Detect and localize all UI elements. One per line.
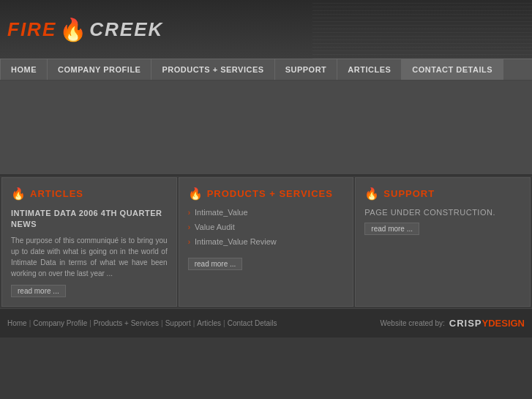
nav-products-services[interactable]: PRODUCTS + SERVICES: [151, 59, 274, 80]
products-title: PRODUCTS + SERVICES: [207, 188, 333, 199]
nav-contact-details[interactable]: CONTACT DETAILS: [402, 59, 503, 80]
navigation: HOME COMPANY PROFILE PRODUCTS + SERVICES…: [0, 59, 532, 81]
product-label-3: Intimate_Value Review: [195, 237, 277, 246]
nav-home[interactable]: HOME: [0, 59, 48, 80]
main-content: 🔥 ARTICLES INTIMATE DATA 2006 4TH QUARTE…: [0, 176, 532, 308]
logo-fire: FIRE: [7, 18, 56, 41]
nav-company-profile[interactable]: COMPANY PROFILE: [48, 59, 151, 80]
bullet-arrow-2: ›: [188, 223, 190, 231]
footer-brand: CRISPYDESIGN: [449, 318, 525, 329]
articles-panel: 🔥 ARTICLES INTIMATE DATA 2006 4TH QUARTE…: [1, 177, 177, 307]
logo: FIRE 🔥 CREEK: [7, 17, 163, 42]
products-panel: 🔥 PRODUCTS + SERVICES › Intimate_Value ›…: [179, 177, 354, 307]
product-item-2[interactable]: › Value Audit: [188, 223, 345, 231]
articles-flame-icon: 🔥: [11, 187, 26, 201]
flame-icon: 🔥: [59, 17, 86, 42]
footer-created-by: Website created by:: [381, 319, 445, 327]
bullet-arrow-1: ›: [188, 209, 190, 217]
articles-read-more[interactable]: read more ...: [11, 285, 66, 297]
support-flame-icon: 🔥: [364, 187, 379, 201]
footer-links: Home | Company Profile | Products + Serv…: [7, 319, 277, 327]
footer-products-services[interactable]: Products + Services: [94, 319, 159, 327]
support-title: SUPPORT: [383, 188, 435, 199]
design-text: YDESIGN: [482, 318, 525, 329]
footer: Home | Company Profile | Products + Serv…: [0, 308, 532, 338]
support-panel: 🔥 SUPPORT PAGE UNDER CONSTRUCTION. read …: [355, 177, 531, 307]
support-text: PAGE UNDER CONSTRUCTION.: [364, 208, 521, 217]
article-headline: INTIMATE DATA 2006 4TH QUARTER NEWS: [11, 208, 168, 231]
product-label-2: Value Audit: [195, 223, 235, 231]
footer-company-profile[interactable]: Company Profile: [33, 319, 87, 327]
footer-articles[interactable]: Articles: [197, 319, 221, 327]
products-title-row: 🔥 PRODUCTS + SERVICES: [188, 187, 345, 201]
articles-title: ARTICLES: [30, 188, 83, 199]
crisp-text: CRISP: [449, 318, 482, 329]
footer-support[interactable]: Support: [165, 319, 191, 327]
header: FIRE 🔥 CREEK: [0, 0, 532, 59]
footer-contact-details[interactable]: Contact Details: [228, 319, 277, 327]
support-read-more[interactable]: read more ...: [364, 223, 419, 235]
products-flame-icon: 🔥: [188, 187, 203, 201]
footer-home[interactable]: Home: [7, 319, 27, 327]
logo-creek: CREEK: [89, 18, 163, 41]
products-read-more[interactable]: read more ...: [188, 258, 243, 270]
nav-articles[interactable]: ARTICLES: [337, 59, 402, 80]
product-item-1[interactable]: › Intimate_Value: [188, 208, 345, 217]
footer-credit: Website created by: CRISPYDESIGN: [381, 318, 525, 329]
article-body: The purpose of this communiqué is to bri…: [11, 235, 168, 279]
bullet-arrow-3: ›: [188, 238, 190, 246]
support-title-row: 🔥 SUPPORT: [364, 187, 521, 201]
banner-area: [0, 81, 532, 176]
articles-title-row: 🔥 ARTICLES: [11, 187, 168, 201]
product-label-1: Intimate_Value: [195, 208, 248, 217]
product-item-3[interactable]: › Intimate_Value Review: [188, 237, 345, 246]
nav-support[interactable]: SUPPORT: [275, 59, 338, 80]
